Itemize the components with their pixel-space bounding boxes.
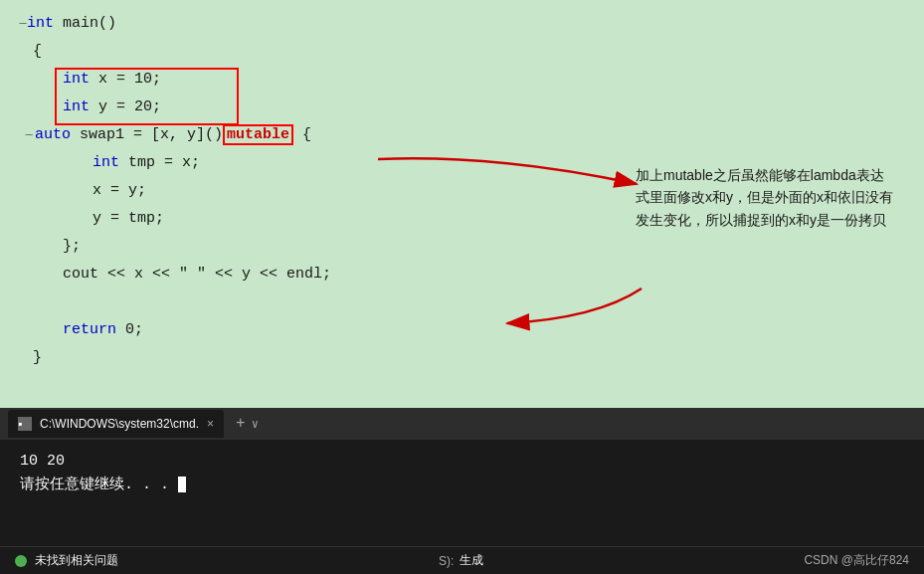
terminal-content: 10 20 请按任意键继续. . . — [0, 440, 924, 507]
code-line-4: int y = 20; — [0, 94, 924, 121]
code-line-11 — [0, 288, 924, 316]
code-text-3: int x = 10; — [58, 66, 161, 94]
code-text-8: y = tmp; — [88, 205, 164, 233]
code-text-5: auto swap1 = [x, y]()mutable { — [30, 121, 311, 149]
mutable-keyword: mutable — [223, 124, 293, 145]
code-line-13: } — [0, 344, 924, 372]
code-line-1: — int main() — [0, 10, 924, 38]
terminal-dropdown[interactable]: ∨ — [252, 417, 259, 432]
code-text-1: int main() — [22, 10, 116, 38]
annotation-text: 加上mutable之后虽然能够在lambda表达式里面修改x和y，但是外面的x和… — [636, 164, 894, 231]
status-center: S): 生成 — [439, 552, 483, 569]
collapse-btn-5[interactable]: — — [22, 128, 36, 142]
terminal-add-tab[interactable]: + — [236, 415, 246, 433]
terminal-icon: ▪ — [18, 417, 32, 431]
code-line-5: — auto swap1 = [x, y]()mutable { — [0, 121, 924, 149]
code-text-4: int y = 20; — [58, 94, 161, 121]
highlighted-lines: int x = 10; int y = 20; — [0, 66, 924, 121]
terminal-cursor — [178, 477, 186, 492]
status-credit: CSDN @高比仔824 — [804, 552, 909, 569]
status-indicator-dot — [15, 555, 27, 567]
terminal-output-2: 请按任意键继续. . . — [20, 474, 904, 497]
code-line-3: int x = 10; — [0, 66, 924, 94]
code-editor: — int main() { int x = 10; int y = 20; —… — [0, 0, 924, 408]
status-action: 生成 — [460, 552, 483, 569]
status-message: 未找到相关问题 — [35, 552, 118, 569]
code-text-7: x = y; — [88, 177, 146, 205]
code-text-9: }; — [58, 233, 81, 261]
status-label: S): — [439, 554, 454, 568]
status-left: 未找到相关问题 — [15, 552, 118, 569]
code-line-2: { — [0, 38, 924, 66]
code-text-10: cout << x << " " << y << endl; — [58, 261, 331, 288]
main-container: — int main() { int x = 10; int y = 20; —… — [0, 0, 924, 574]
code-line-10: cout << x << " " << y << endl; — [0, 261, 924, 288]
status-bar: 未找到相关问题 S): 生成 CSDN @高比仔824 — [0, 546, 924, 574]
terminal-tabs: ▪ C:\WINDOWS\system32\cmd. × + ∨ — [0, 408, 924, 440]
terminal-close-btn[interactable]: × — [207, 417, 214, 431]
code-text-6: int tmp = x; — [88, 149, 200, 177]
terminal-tab[interactable]: ▪ C:\WINDOWS\system32\cmd. × — [8, 410, 224, 438]
collapse-btn-1[interactable]: — — [16, 17, 30, 31]
code-text-2: { — [28, 38, 42, 66]
terminal-tab-label: C:\WINDOWS\system32\cmd. — [40, 417, 199, 431]
code-line-12: return 0; — [0, 316, 924, 344]
terminal-output-1: 10 20 — [20, 450, 904, 474]
code-text-13: } — [28, 344, 42, 372]
code-line-9: }; — [0, 233, 924, 261]
code-text-12: return 0; — [58, 316, 143, 344]
